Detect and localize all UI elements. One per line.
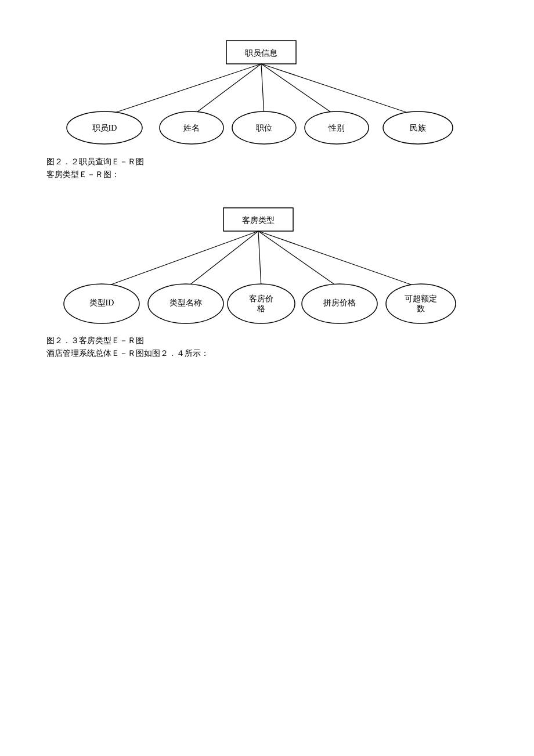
node-kefangjiage-line1: 客房价 — [249, 294, 273, 303]
node-leixingid: 类型ID — [89, 298, 114, 307]
svg-line-12 — [102, 231, 258, 288]
svg-line-1 — [104, 64, 261, 116]
diagram1-root-label: 职员信息 — [245, 49, 277, 57]
svg-line-15 — [258, 231, 340, 288]
diagram1-caption: 图２．２职员查询Ｅ－Ｒ图 — [46, 157, 488, 167]
node-kefangjiage-line2: 格 — [257, 304, 265, 313]
diagram2-caption: 图２．３客房类型Ｅ－Ｒ图 — [46, 336, 488, 346]
svg-line-16 — [258, 231, 421, 288]
node-pinfangjiage: 拼房价格 — [323, 298, 356, 307]
svg-point-19 — [228, 284, 295, 323]
node-zhiwei: 职位 — [256, 124, 272, 132]
svg-line-5 — [261, 64, 418, 116]
svg-line-4 — [261, 64, 337, 116]
svg-line-3 — [261, 64, 264, 116]
diagram1-container: 职员信息 职员ID 姓名 职位 性别 民族 — [46, 23, 488, 151]
svg-line-13 — [186, 231, 258, 288]
section3-title: 酒店管理系统总体Ｅ－Ｒ图如图２．４所示： — [46, 348, 488, 359]
diagram2-svg: 客房类型 类型ID 类型名称 客房价 格 拼房价格 可超额定 数 — [46, 190, 488, 330]
node-leixingmingcheng: 类型名称 — [169, 298, 202, 307]
svg-line-14 — [258, 231, 261, 288]
node-xingming: 姓名 — [183, 124, 200, 132]
diagram1-svg: 职员信息 职员ID 姓名 职位 性别 民族 — [46, 23, 488, 151]
section2-title: 客房类型Ｅ－Ｒ图： — [46, 170, 488, 180]
diagram2-root-label: 客房类型 — [242, 216, 275, 225]
node-kechaoedingeshu-line1: 可超额定 — [405, 294, 437, 303]
diagram2-container: 客房类型 类型ID 类型名称 客房价 格 拼房价格 可超额定 数 — [46, 190, 488, 330]
svg-line-2 — [192, 64, 261, 116]
node-minzu: 民族 — [410, 124, 426, 132]
node-zhiyuanid: 职员ID — [92, 124, 117, 132]
node-xingbie: 性别 — [328, 124, 345, 132]
node-kechaoedingeshu-line2: 数 — [417, 304, 425, 313]
svg-point-21 — [386, 284, 456, 323]
